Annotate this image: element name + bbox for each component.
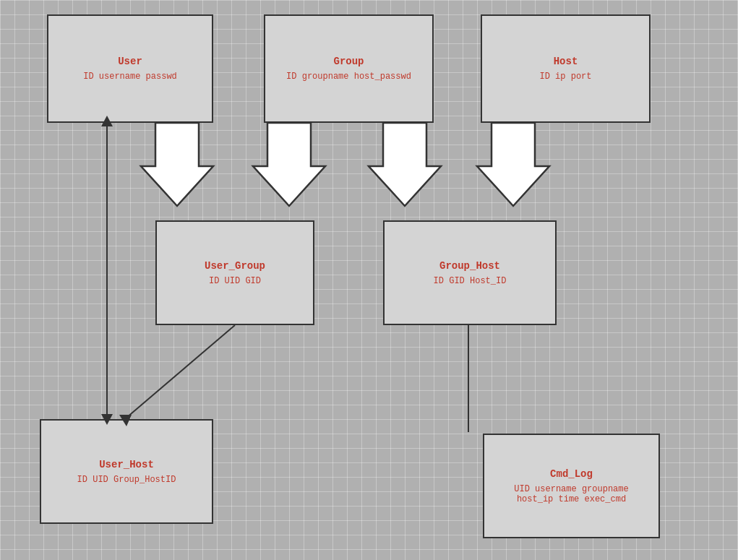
arrow-group-down [253, 123, 325, 206]
group-entity: Group ID groupname host_passwd [264, 14, 434, 123]
user-title: User [118, 56, 142, 67]
user-host-entity: User_Host ID UID Group_HostID [40, 419, 213, 524]
user-fields: ID username passwd [83, 72, 177, 82]
cmd-log-fields: UID username groupname host_ip time exec… [514, 484, 628, 504]
cmd-log-title: Cmd_Log [550, 468, 593, 480]
arrow-host-down [477, 123, 549, 206]
user-group-entity: User_Group ID UID GID [155, 220, 314, 325]
group-fields: ID groupname host_passwd [286, 72, 411, 82]
host-entity: Host ID ip port [481, 14, 651, 123]
group-host-title: Group_Host [439, 260, 500, 272]
user-host-title: User_Host [99, 459, 154, 470]
user-group-title: User_Group [205, 260, 265, 272]
arrow-user-down [141, 123, 213, 206]
user-host-fields: ID UID Group_HostID [77, 475, 176, 485]
cmd-log-entity: Cmd_Log UID username groupname host_ip t… [483, 434, 660, 538]
arrow-group2-down [369, 123, 441, 206]
host-title: Host [554, 56, 578, 67]
group-host-fields: ID GID Host_ID [434, 276, 507, 286]
user-group-fields: ID UID GID [209, 276, 261, 286]
group-host-entity: Group_Host ID GID Host_ID [383, 220, 557, 325]
group-title: Group [333, 56, 364, 67]
host-fields: ID ip port [539, 72, 591, 82]
user-entity: User ID username passwd [47, 14, 213, 123]
line-usergroup-userhost [126, 325, 235, 418]
